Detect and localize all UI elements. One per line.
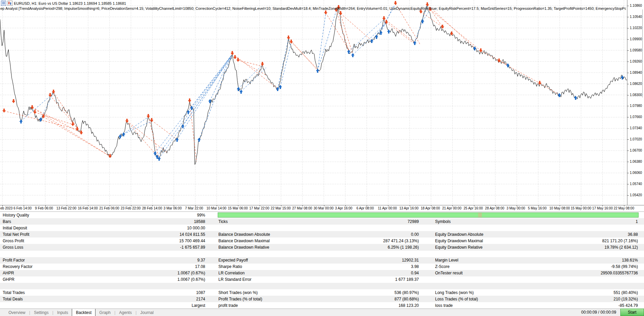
stat-label: Total Net Profit [3,232,29,237]
time-scale-label: 15 May 00:00 [571,206,592,210]
stat-label: Expected Payoff [218,258,248,263]
stat-value: 12902.31 [402,258,419,263]
price-tick [627,195,629,196]
stat-value: 821 171.20 (7.16%) [602,239,638,243]
tab-overview[interactable]: Overview [5,309,29,316]
price-scale[interactable]: 1.108601.105401.102201.099001.095801.092… [627,0,644,205]
depth-of-market-icon[interactable] [1,1,6,6]
price-tick [627,17,629,17]
progress-quality-notch [478,213,482,217]
price-tick [627,95,629,95]
time-scale[interactable]: eb 20236 Feb 14:009 Feb 06:0013 Feb 22:0… [0,205,644,212]
stat-value: 36.88 [628,232,638,237]
stat-label: Loss Trades (% of total) [435,297,478,301]
price-scale-label: 1.08940 [630,71,642,74]
tab-backtest[interactable]: Backtest [72,309,95,316]
stat-label: Z-Score [435,264,450,269]
backtest-results-table: History Quality99%Bars18588Ticks72989Sym… [0,211,644,309]
time-scale-label: 18 Apr 08:00 [421,206,440,210]
time-scale-label: 21 Apr 00:00 [442,206,461,210]
stats-row: Total Trades1087Short Trades (won %)536 … [0,289,644,296]
price-scale-label: 1.10540 [630,15,642,19]
stat-label: History Quality [3,213,29,218]
price-tick [627,184,629,184]
time-scale-label: 5 May 16:00 [528,206,546,210]
stat-value: -1 675 657.89 [180,245,205,250]
stat-label: Balance Drawdown Maximal [218,239,270,243]
stat-label: AHPR [3,271,14,275]
price-tick [627,117,629,117]
time-scale-label: 6 Apr 08:00 [357,206,374,210]
stat-label: Initial Deposit [3,226,27,230]
stat-value: 9.37 [197,258,205,263]
stat-label: Equity Drawdown Maximal [435,239,483,243]
tab-journal[interactable]: Journal [136,309,157,316]
stats-row: Total Deals2174Profit Trades (% of total… [0,296,644,302]
price-scale-label: 1.07020 [630,137,642,141]
stat-value: 72989 [408,219,419,224]
stat-label: Margin Level [435,258,458,263]
stat-label: OnTester result [435,271,463,275]
time-scale-label: 3 Mar 06:00 [164,206,181,210]
stat-label: Gross Loss [3,245,23,250]
time-scale-label: 28 Feb 14:00 [142,206,162,210]
time-scale-label: 22 Mar 15:00 [271,206,291,210]
stat-value: 18588 [194,219,205,224]
stat-label: Total Deals [3,297,23,301]
price-tick [627,62,629,62]
time-scale-label: 30 Mar 00:00 [314,206,334,210]
tab-settings[interactable]: Settings [30,309,52,316]
stat-value: 210 (19.32%) [614,297,638,301]
stat-label: Balance Drawdown Absolute [218,232,270,237]
stat-value: 1 [636,219,638,224]
stat-value: 19.78% (2 634.12) [604,245,638,250]
stat-value: 877 (80.68%) [394,297,419,301]
stats-row: Recovery Factor17.08Sharpe Ratio3.98Z-Sc… [0,264,644,270]
time-scale-label: 10 Mar 14:00 [207,206,227,210]
price-scale-label: 1.07660 [630,115,642,119]
time-scale-label: 21 Feb 06:00 [99,206,119,210]
tester-tab-bar: Overview | Settings | Inputs Backtest Gr… [0,309,644,316]
time-scale-label: 13 Apr 16:00 [399,206,418,210]
price-scale-label: 1.06700 [630,149,642,152]
price-chart-canvas[interactable] [0,0,627,205]
stat-label: Total Trades [3,290,25,295]
stat-value: 1087 [196,290,205,295]
price-tick [627,6,629,6]
stat-label: GHPR [3,277,15,282]
time-scale-label: 28 Apr 08:00 [485,206,505,210]
time-scale-label: 13 Feb 22:00 [57,206,77,210]
chart-header: EURUSD, H1: Euro vs US Dollar 1.18623 1.… [1,1,126,6]
price-scale-label: 1.07980 [630,104,642,108]
price-scale-label: 1.06060 [630,171,642,175]
time-scale-label: 3 Apr 16:00 [335,206,352,210]
chart-grid [0,0,627,205]
chart-symbol-icon[interactable] [7,1,13,6]
start-button[interactable]: Start [620,309,644,316]
stat-value: 10 000.00 [187,226,205,230]
tab-inputs[interactable]: Inputs [53,309,72,316]
stat-label: Recovery Factor [3,264,33,269]
time-scale-label: 17 May 16:00 [592,206,613,210]
time-scale-label: 15 Mar 06:00 [228,206,248,210]
time-scale-label: 10 May 08:00 [550,206,570,210]
stat-value: Largest [192,303,205,308]
elapsed-time: 00:00:09 / 00:00:09 [581,310,616,315]
price-tick [627,28,629,28]
stats-scrollbar[interactable] [642,9,643,97]
stats-row: Profit Factor9.37Expected Payoff12902.31… [0,257,644,264]
time-scale-label: 27 Mar 08:00 [292,206,312,210]
stat-value: 1 677 189.37 [395,277,419,282]
tab-agents[interactable]: Agents [115,309,135,316]
price-tick [627,50,629,51]
time-scale-label: 6 Feb 14:00 [14,206,31,210]
stat-value: 168 123.20 [399,303,419,308]
price-chart[interactable]: EURUSD, H1: Euro vs US Dollar 1.18623 1.… [0,0,644,211]
stat-value: -85 424.79 [619,303,638,308]
tab-graph[interactable]: Graph [95,309,114,316]
stat-value: 6.25% (1 198.26) [388,245,419,250]
stats-row: Total Net Profit14 024 811.55Balance Dra… [0,231,644,238]
stat-label: Profit Factor [3,258,25,263]
price-scale-label: 1.09580 [630,48,642,52]
stats-row: Largestprofit trade168 123.20loss trade-… [0,302,644,309]
